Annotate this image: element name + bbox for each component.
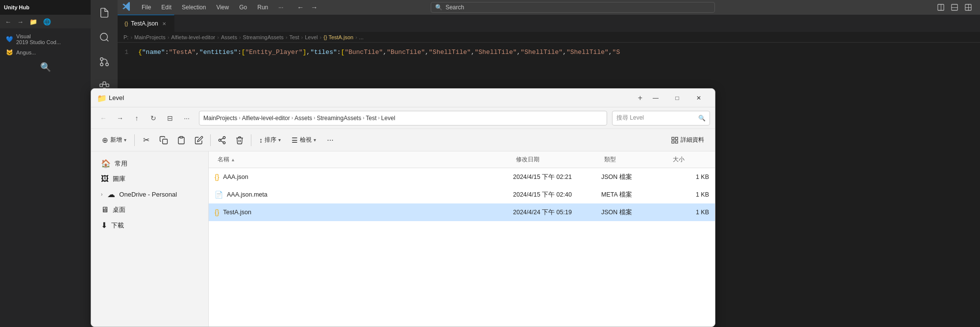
col-type[interactable]: 類型 xyxy=(601,153,670,166)
file-row[interactable]: 📄 AAA.json.meta 2024/4/15 下午 02:40 META … xyxy=(209,186,715,203)
menu-edit[interactable]: Edit xyxy=(157,3,175,12)
tab-testajson[interactable]: {} TestA.json ✕ xyxy=(118,15,174,32)
svg-rect-18 xyxy=(180,136,183,138)
nav-back[interactable]: ← xyxy=(294,2,306,12)
layout-icon-3[interactable] xyxy=(961,2,975,12)
fe-search-box[interactable]: 搜尋 Level 🔍 xyxy=(612,111,710,126)
forward-btn[interactable]: → xyxy=(15,17,25,26)
back-btn[interactable]: ← xyxy=(3,17,13,26)
downloads-icon: ⬇ xyxy=(101,221,107,230)
copy-btn[interactable] xyxy=(155,132,172,149)
view-icon: ☰ xyxy=(292,136,298,144)
more-toolbar-btn[interactable]: ··· xyxy=(322,132,339,149)
file-type: JSON 檔案 xyxy=(601,173,670,181)
nav-forward[interactable]: → xyxy=(308,2,320,12)
close-btn[interactable]: ✕ xyxy=(688,91,709,105)
menu-view[interactable]: View xyxy=(212,3,233,12)
sidebar-item-gallery[interactable]: 🖼 圖庫 xyxy=(93,172,206,186)
menu-go[interactable]: Go xyxy=(235,3,251,12)
angus-item[interactable]: 🐱 Angus... xyxy=(3,47,88,58)
nav-back-btn[interactable]: ← xyxy=(96,111,111,126)
fe-bc-level[interactable]: Level xyxy=(381,115,395,122)
minimize-btn[interactable]: — xyxy=(645,91,666,105)
bc-mainprojects[interactable]: MainProjects xyxy=(134,34,166,40)
menu-file[interactable]: File xyxy=(138,3,155,12)
svg-line-22 xyxy=(220,141,223,142)
vscode-search-bar[interactable]: 🔍 Search xyxy=(431,2,715,13)
file-row[interactable]: {} TestA.json 2024/4/24 下午 05:19 JSON 檔案… xyxy=(209,203,715,221)
svg-point-19 xyxy=(223,136,225,139)
svg-rect-25 xyxy=(675,137,678,140)
nav-dots-btn[interactable]: ··· xyxy=(179,111,194,126)
sidebar-item-desktop[interactable]: 🖥 桌面 xyxy=(93,202,206,217)
fe-search-icon: 🔍 xyxy=(698,115,706,122)
sort-btn[interactable]: ↕ 排序 ▾ xyxy=(254,133,286,147)
nav-up-btn[interactable]: ↑ xyxy=(129,111,144,126)
angus-label: Angus... xyxy=(16,50,36,55)
visual-studio-item[interactable]: 💙 Visual2019 Studio Cod... xyxy=(3,31,88,47)
onedrive-icon: ☁ xyxy=(107,190,115,199)
bc-test[interactable]: Test xyxy=(289,34,299,40)
vscode-titlebar: File Edit Selection View Go Run ··· ← → … xyxy=(118,0,980,15)
sidebar-item-onedrive[interactable]: › ☁ OneDrive - Personal xyxy=(93,187,206,202)
maximize-btn[interactable]: □ xyxy=(667,91,687,105)
menu-more[interactable]: ··· xyxy=(274,3,287,12)
tab-close-btn[interactable]: ✕ xyxy=(161,20,167,27)
view-btn[interactable]: ☰ 檢視 ▾ xyxy=(287,133,321,147)
details-btn[interactable]: 詳細資料 xyxy=(666,133,709,147)
layout-icon-1[interactable] xyxy=(934,2,948,12)
search-icon-vscode[interactable] xyxy=(97,29,112,45)
svg-rect-26 xyxy=(675,141,678,143)
menu-selection[interactable]: Selection xyxy=(178,3,210,12)
sidebar-item-downloads[interactable]: ⬇ 下載 xyxy=(93,218,206,233)
details-icon xyxy=(671,136,679,144)
paste-btn[interactable] xyxy=(173,132,190,149)
nav-view-btn[interactable]: ⊟ xyxy=(163,111,177,126)
fe-left-sidebar: 🏠 常用 🖼 圖庫 › ☁ OneDrive - Personal 🖥 桌面 ⬇… xyxy=(91,151,209,327)
delete-btn[interactable] xyxy=(231,132,248,149)
sidebar-item-home[interactable]: 🏠 常用 xyxy=(93,156,206,171)
fe-title: Level xyxy=(109,94,631,101)
file-explorer-window: 📁 Level + — □ ✕ ← → ↑ ↻ ⊟ ··· MainProjec… xyxy=(91,88,715,327)
file-row[interactable]: {} AAA.json 2024/4/15 下午 02:21 JSON 檔案 1… xyxy=(209,168,715,186)
new-btn[interactable]: ⊕ 新增 ▾ xyxy=(97,133,131,147)
svg-point-21 xyxy=(223,142,225,144)
expand-arrow: › xyxy=(101,192,102,197)
folder-btn[interactable]: 📁 xyxy=(27,17,39,26)
gallery-icon: 🖼 xyxy=(101,175,109,183)
bc-testajson[interactable]: {} TestA.json xyxy=(323,34,353,40)
fe-file-list: 名稱 ▲ 修改日期 類型 大小 {} AAA.json 2024/ xyxy=(209,151,715,327)
nav-forward-btn[interactable]: → xyxy=(113,111,127,126)
globe-btn[interactable]: 🌐 xyxy=(41,17,53,26)
menu-run[interactable]: Run xyxy=(253,3,272,12)
files-icon[interactable] xyxy=(97,5,112,21)
toolbar-divider-1 xyxy=(134,134,135,146)
fe-bc-alfietw[interactable]: Alfietw-level-editor xyxy=(242,115,290,122)
bc-alfietw[interactable]: Alfietw-level-editor xyxy=(171,34,215,40)
file-name-text: AAA.json.meta xyxy=(227,191,268,198)
col-modified[interactable]: 修改日期 xyxy=(513,153,601,166)
col-size[interactable]: 大小 xyxy=(670,153,709,166)
cut-btn[interactable]: ✂ xyxy=(138,132,154,149)
folder-icon: 📁 xyxy=(97,94,106,102)
bc-streaming[interactable]: StreamingAssets xyxy=(243,34,284,40)
bc-level[interactable]: Level xyxy=(305,34,318,40)
add-tab-btn[interactable]: + xyxy=(635,93,645,103)
fe-bc-test[interactable]: Test xyxy=(366,115,377,122)
git-icon[interactable] xyxy=(97,54,112,70)
file-size: 1 KB xyxy=(670,191,709,198)
share-btn[interactable] xyxy=(214,132,230,149)
toolbar-divider-3 xyxy=(251,134,251,146)
layout-icon-2[interactable] xyxy=(948,2,961,12)
search-icon-left[interactable]: 🔍 xyxy=(40,62,51,73)
fe-bc-mainprojects[interactable]: MainProjects xyxy=(203,115,237,122)
fe-address-bar[interactable]: MainProjects › Alfietw-level-editor › As… xyxy=(199,111,607,126)
rename-btn[interactable] xyxy=(191,132,207,149)
line-number-1: 1 xyxy=(123,49,138,56)
fe-bc-streaming[interactable]: StreamingAssets xyxy=(317,115,361,122)
new-icon: ⊕ xyxy=(102,136,108,145)
bc-assets[interactable]: Assets xyxy=(221,34,237,40)
fe-bc-assets[interactable]: Assets xyxy=(294,115,312,122)
nav-refresh-btn[interactable]: ↻ xyxy=(146,111,161,126)
col-name[interactable]: 名稱 ▲ xyxy=(215,153,513,166)
